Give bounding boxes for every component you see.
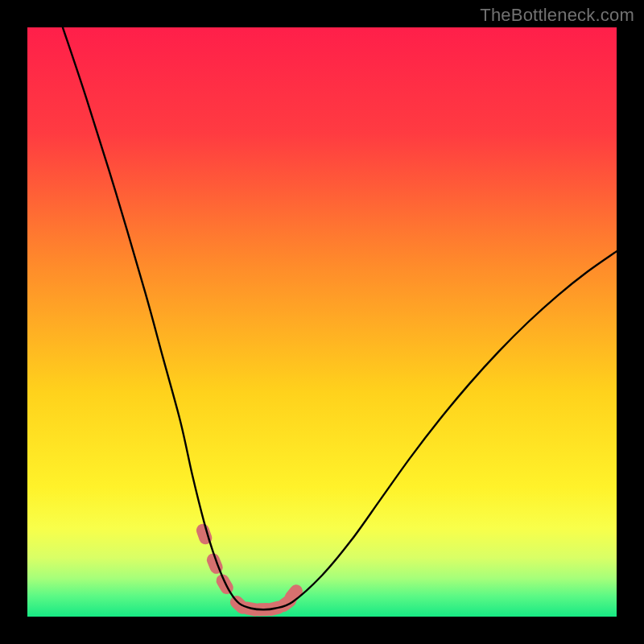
chart-svg	[27, 27, 617, 617]
curve-markers	[195, 522, 306, 617]
watermark-text: TheBottleneck.com	[480, 5, 634, 26]
chart-frame: TheBottleneck.com	[0, 0, 644, 644]
bottleneck-curve	[63, 27, 617, 609]
plot-area	[27, 27, 617, 617]
curve-marker	[214, 572, 236, 597]
